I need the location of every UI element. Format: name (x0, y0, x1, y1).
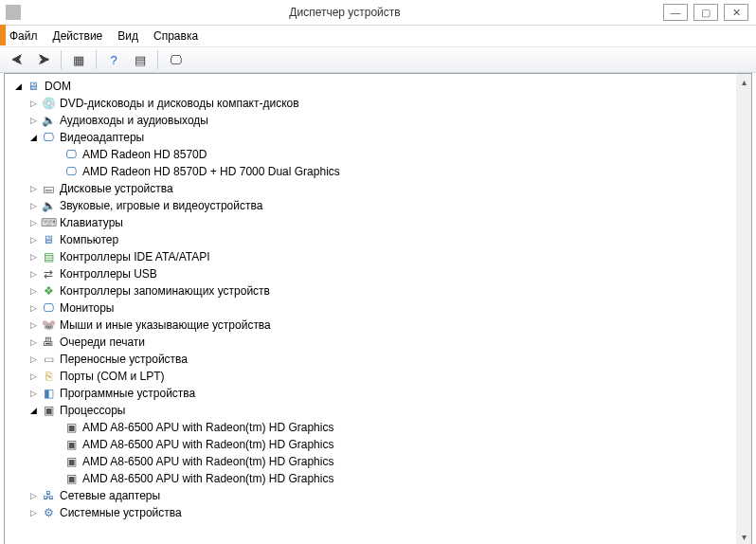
tree-node-label: Клавиатуры (60, 216, 123, 229)
help-button[interactable]: ? (102, 48, 125, 71)
tree-twisty-closed-icon[interactable]: ▷ (27, 268, 39, 280)
cpu-icon: ▣ (63, 437, 79, 452)
show-hide-tree-button[interactable]: ▦ (67, 48, 90, 71)
maximize-button[interactable]: ▢ (693, 4, 718, 21)
audio-icon: 🔈 (41, 113, 56, 128)
display-icon: 🖵 (63, 164, 79, 179)
menu-file[interactable]: Файл (9, 29, 38, 43)
tree-twisty-open-icon[interactable]: ◢ (27, 132, 39, 143)
tree-twisty-closed-icon[interactable]: ▷ (27, 302, 39, 314)
toolbar: ⮜ ⮞ ▦ ? ▤ 🖵 (0, 47, 756, 73)
tree-twisty-closed-icon[interactable]: ▷ (27, 388, 39, 399)
tree-node-label: Сетевые адаптеры (60, 489, 160, 502)
audio-icon: 🔈 (41, 198, 56, 213)
keyboard-icon: ⌨ (41, 215, 56, 230)
tree-twisty-closed-icon[interactable]: ▷ (27, 319, 39, 331)
tree-twisty-closed-icon[interactable]: ▷ (27, 98, 39, 109)
tree-node[interactable]: ▣AMD A8-6500 APU with Radeon(tm) HD Grap… (5, 470, 736, 487)
tree-node[interactable]: ▷🖧Сетевые адаптеры (5, 487, 736, 504)
titlebar[interactable]: Диспетчер устройств — ▢ ✕ (0, 0, 756, 26)
forward-button[interactable]: ⮞ (32, 48, 55, 71)
tree-twisty-closed-icon[interactable]: ▷ (27, 115, 39, 126)
display-icon: 🖵 (41, 130, 56, 145)
tree-node-label: Системные устройства (60, 506, 182, 519)
tree-node-label: Контроллеры запоминающих устройств (60, 284, 270, 298)
tree-node-label: Аудиовходы и аудиовыходы (60, 114, 208, 127)
toolbar-separator (61, 50, 62, 69)
tree-node[interactable]: ▷⎘Порты (COM и LPT) (5, 368, 736, 385)
scan-hardware-button[interactable]: 🖵 (164, 48, 187, 71)
tree-node[interactable]: ▷🔈Аудиовходы и аудиовыходы (5, 112, 736, 129)
mouse-icon: 🐭 (41, 317, 56, 333)
tree-node[interactable]: ▷▤Контроллеры IDE ATA/ATAPI (5, 248, 736, 265)
portable-icon: ▭ (41, 352, 56, 367)
tree-node[interactable]: ▷🐭Мыши и иные указывающие устройства (5, 317, 736, 334)
tree-node[interactable]: ▷🖵Мониторы (5, 299, 736, 317)
tree-twisty-closed-icon[interactable]: ▷ (27, 234, 39, 245)
tree-node[interactable]: ▣AMD A8-6500 APU with Radeon(tm) HD Grap… (5, 453, 736, 470)
window-title: Диспетчер устройств (27, 6, 663, 19)
tree-twisty-closed-icon[interactable]: ▷ (27, 354, 39, 365)
usb-icon: ⇄ (41, 266, 56, 281)
tree-node[interactable]: ▷▭Переносные устройства (5, 351, 736, 368)
tree-twisty-closed-icon[interactable]: ▷ (27, 490, 39, 501)
tree-node[interactable]: ▷❖Контроллеры запоминающих устройств (5, 282, 736, 299)
tree-node[interactable]: ▷💿DVD-дисководы и дисководы компакт-диск… (5, 95, 736, 112)
window-controls: — ▢ ✕ (663, 4, 748, 21)
tree-node[interactable]: ▷🔈Звуковые, игровые и видеоустройства (5, 197, 736, 214)
tree-node[interactable]: ▷🖶Очереди печати (5, 334, 736, 351)
tree-node-label: AMD A8-6500 APU with Radeon(tm) HD Graph… (82, 455, 333, 468)
tree-node[interactable]: ▣AMD A8-6500 APU with Radeon(tm) HD Grap… (5, 419, 736, 436)
tree-twisty-closed-icon[interactable]: ▷ (27, 217, 39, 228)
menu-action[interactable]: Действие (53, 29, 103, 43)
tree-twisty-closed-icon[interactable]: ▷ (27, 200, 39, 211)
close-button[interactable]: ✕ (724, 4, 748, 21)
tree-node-label: AMD A8-6500 APU with Radeon(tm) HD Graph… (82, 421, 333, 434)
tree-node[interactable]: ▷⚙Системные устройства (5, 504, 736, 521)
tree-twisty-none (50, 456, 62, 467)
device-tree[interactable]: ◢🖥DOM▷💿DVD-дисководы и дисководы компакт… (5, 78, 736, 544)
menu-view[interactable]: Вид (117, 29, 138, 43)
tree-node-label: Программные устройства (60, 387, 195, 400)
tree-node[interactable]: ◢▣Процессоры (5, 402, 736, 419)
back-button[interactable]: ⮜ (6, 48, 28, 71)
menubar: Файл Действие Вид Справка (0, 26, 756, 47)
tree-node[interactable]: ◢🖵Видеоадаптеры (5, 129, 736, 146)
tree-twisty-closed-icon[interactable]: ▷ (27, 183, 39, 194)
tree-twisty-none (50, 439, 62, 450)
tree-panel: ◢🖥DOM▷💿DVD-дисководы и дисководы компакт… (4, 73, 752, 544)
tree-node[interactable]: ▷🖴Дисковые устройства (5, 180, 736, 197)
tree-node[interactable]: ▷◧Программные устройства (5, 385, 736, 402)
menu-help[interactable]: Справка (153, 29, 198, 43)
tree-node[interactable]: ▷⇄Контроллеры USB (5, 265, 736, 282)
tree-twisty-closed-icon[interactable]: ▷ (27, 371, 39, 382)
software-icon: ◧ (41, 386, 56, 401)
tree-twisty-closed-icon[interactable]: ▷ (27, 285, 39, 297)
tree-node-label: Компьютер (60, 233, 118, 246)
tree-node[interactable]: ▷🖥Компьютер (5, 231, 736, 248)
tree-twisty-open-icon[interactable]: ◢ (12, 81, 24, 92)
minimize-button[interactable]: — (663, 4, 688, 21)
tree-node[interactable]: 🖵AMD Radeon HD 8570D + HD 7000 Dual Grap… (5, 163, 736, 180)
vertical-scrollbar[interactable]: ▴ ▾ (736, 74, 751, 544)
tree-node[interactable]: ◢🖥DOM (5, 78, 736, 95)
tree-node-label: Переносные устройства (60, 353, 188, 366)
tree-twisty-none (50, 473, 62, 484)
ide-icon: ▤ (41, 249, 56, 264)
accent-strip (0, 25, 6, 45)
storage-icon: ❖ (41, 283, 56, 299)
tree-twisty-closed-icon[interactable]: ▷ (27, 507, 39, 518)
properties-button[interactable]: ▤ (129, 48, 152, 71)
tree-node-label: Дисковые устройства (60, 182, 173, 195)
tree-twisty-none (50, 422, 62, 433)
tree-twisty-closed-icon[interactable]: ▷ (27, 251, 39, 263)
scroll-up-icon[interactable]: ▴ (736, 74, 751, 89)
tree-node[interactable]: ▷⌨Клавиатуры (5, 214, 736, 231)
drive-icon: 🖴 (41, 181, 56, 196)
scroll-down-icon[interactable]: ▾ (736, 529, 751, 544)
printq-icon: 🖶 (41, 335, 56, 350)
tree-node[interactable]: 🖵AMD Radeon HD 8570D (5, 146, 736, 163)
tree-twisty-closed-icon[interactable]: ▷ (27, 336, 39, 348)
tree-twisty-open-icon[interactable]: ◢ (27, 405, 39, 416)
tree-node[interactable]: ▣AMD A8-6500 APU with Radeon(tm) HD Grap… (5, 436, 736, 453)
